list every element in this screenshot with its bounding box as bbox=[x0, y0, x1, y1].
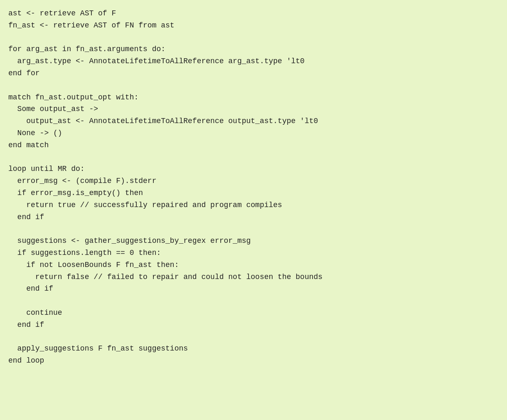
code-empty-line-2 bbox=[8, 32, 499, 44]
code-line-29: end loop bbox=[8, 355, 499, 367]
code-container: ast <- retrieve AST of Ffn_ast <- retrie… bbox=[0, 0, 507, 420]
code-line-14: error_msg <- (compile F).stderr bbox=[8, 175, 499, 187]
code-line-17: end if bbox=[8, 211, 499, 223]
code-line-3: for arg_ast in fn_ast.arguments do: bbox=[8, 43, 499, 55]
code-empty-line-12 bbox=[8, 151, 499, 163]
code-line-5: end for bbox=[8, 67, 499, 79]
code-block: ast <- retrieve AST of Ffn_ast <- retrie… bbox=[8, 7, 499, 367]
code-line-25: continue bbox=[8, 307, 499, 319]
code-line-26: end if bbox=[8, 319, 499, 331]
code-empty-line-27 bbox=[8, 331, 499, 343]
code-line-13: loop until MR do: bbox=[8, 163, 499, 175]
code-line-22: return false // failed to repair and cou… bbox=[8, 271, 499, 283]
code-empty-line-6 bbox=[8, 79, 499, 91]
code-line-28: apply_suggestions F fn_ast suggestions bbox=[8, 343, 499, 355]
code-line-15: if error_msg.is_empty() then bbox=[8, 187, 499, 199]
code-line-20: if suggestions.length == 0 then: bbox=[8, 247, 499, 259]
code-empty-line-18 bbox=[8, 223, 499, 235]
code-line-1: fn_ast <- retrieve AST of FN from ast bbox=[8, 20, 499, 32]
code-line-11: end match bbox=[8, 139, 499, 151]
code-line-10: None -> () bbox=[8, 127, 499, 139]
code-line-9: output_ast <- AnnotateLifetimeToAllRefer… bbox=[8, 115, 499, 127]
code-line-8: Some output_ast -> bbox=[8, 103, 499, 115]
code-line-19: suggestions <- gather_suggestions_by_reg… bbox=[8, 235, 499, 247]
code-line-0: ast <- retrieve AST of F bbox=[8, 7, 499, 20]
code-line-21: if not LoosenBounds F fn_ast then: bbox=[8, 259, 499, 271]
code-line-7: match fn_ast.output_opt with: bbox=[8, 91, 499, 104]
code-empty-line-24 bbox=[8, 295, 499, 307]
code-line-4: arg_ast.type <- AnnotateLifetimeToAllRef… bbox=[8, 55, 499, 67]
code-line-23: end if bbox=[8, 283, 499, 295]
code-line-16: return true // successfully repaired and… bbox=[8, 199, 499, 211]
